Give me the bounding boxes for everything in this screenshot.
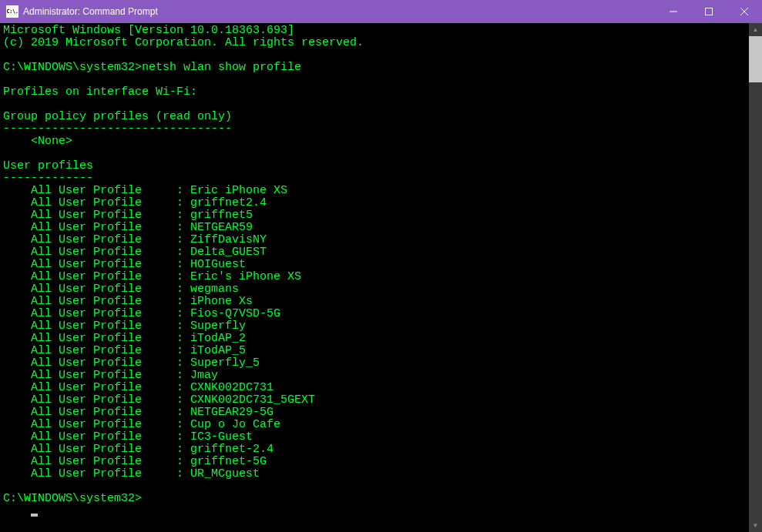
scrollbar[interactable]: ▲ ▼ bbox=[749, 23, 762, 532]
scroll-down-button[interactable]: ▼ bbox=[749, 519, 762, 532]
minimize-button[interactable] bbox=[656, 0, 691, 23]
scroll-thumb[interactable] bbox=[749, 36, 762, 82]
profile-row: All User Profile : Delta_GUEST bbox=[3, 246, 267, 259]
profile-label: All User Profile : bbox=[3, 221, 190, 234]
profile-row: All User Profile : Cup o Jo Cafe bbox=[3, 418, 280, 431]
profile-name: griffnet2.4 bbox=[190, 196, 267, 209]
profile-label: All User Profile : bbox=[3, 307, 190, 320]
cmd-icon: C:\. bbox=[6, 5, 18, 18]
profile-row: All User Profile : CXNK002DC731 bbox=[3, 381, 274, 394]
profile-label: All User Profile : bbox=[3, 270, 190, 283]
svg-rect-1 bbox=[706, 8, 713, 15]
profile-name: NETGEAR29-5G bbox=[190, 406, 274, 419]
profile-label: All User Profile : bbox=[3, 320, 190, 333]
maximize-button[interactable] bbox=[691, 0, 727, 23]
profile-row: All User Profile : ZiffDavisNY bbox=[3, 233, 267, 246]
profile-name: Jmay bbox=[190, 369, 218, 382]
minimize-icon bbox=[670, 8, 677, 15]
profile-row: All User Profile : Jmay bbox=[3, 369, 218, 382]
prompt: C:\WINDOWS\system32> bbox=[3, 492, 142, 505]
profile-name: Fios-Q7VSD-5G bbox=[190, 307, 280, 320]
profile-label: All User Profile : bbox=[3, 393, 190, 407]
divider: --------------------------------- bbox=[3, 122, 232, 136]
profile-label: All User Profile : bbox=[3, 443, 190, 456]
scroll-up-button[interactable]: ▲ bbox=[749, 23, 762, 36]
profile-row: All User Profile : griffnet-2.4 bbox=[3, 443, 274, 456]
heading-user-profiles: User profiles bbox=[3, 159, 93, 172]
profile-label: All User Profile : bbox=[3, 369, 190, 382]
profile-name: Eric's iPhone XS bbox=[190, 270, 301, 283]
terminal-output[interactable]: Microsoft Windows [Version 10.0.18363.69… bbox=[0, 23, 749, 532]
profile-label: All User Profile : bbox=[3, 344, 190, 357]
profile-label: All User Profile : bbox=[3, 356, 190, 370]
profile-row: All User Profile : iTodAP_2 bbox=[3, 332, 246, 345]
profile-row: All User Profile : griffnet-5G bbox=[3, 455, 267, 468]
profile-name: griffnet-5G bbox=[190, 455, 267, 468]
profile-name: Delta_GUEST bbox=[190, 246, 267, 259]
profile-name: Superfly bbox=[190, 320, 246, 333]
profile-row: All User Profile : UR_MCguest bbox=[3, 467, 260, 480]
divider: ------------- bbox=[3, 172, 93, 185]
profile-row: All User Profile : IC3-Guest bbox=[3, 430, 253, 443]
profile-row: All User Profile : Fios-Q7VSD-5G bbox=[3, 307, 280, 320]
profile-name: Cup o Jo Cafe bbox=[190, 418, 280, 431]
profile-label: All User Profile : bbox=[3, 196, 190, 209]
profile-name: wegmans bbox=[190, 283, 239, 296]
copyright-line: (c) 2019 Microsoft Corporation. All righ… bbox=[3, 36, 364, 49]
profile-label: All User Profile : bbox=[3, 246, 190, 259]
window-title: Administrator: Command Prompt bbox=[23, 6, 158, 17]
command-text: netsh wlan show profile bbox=[142, 61, 301, 74]
prompt-line: C:\WINDOWS\system32> bbox=[3, 492, 142, 505]
profile-name: Superfly_5 bbox=[190, 356, 260, 370]
profile-name: IC3-Guest bbox=[190, 430, 253, 443]
cursor-line bbox=[3, 504, 38, 517]
profile-row: All User Profile : HOIGuest bbox=[3, 258, 246, 271]
profile-name: iTodAP_5 bbox=[190, 344, 246, 357]
profile-row: All User Profile : Superfly_5 bbox=[3, 356, 260, 370]
profile-label: All User Profile : bbox=[3, 233, 190, 246]
profile-label: All User Profile : bbox=[3, 381, 190, 394]
profile-label: All User Profile : bbox=[3, 283, 190, 296]
profile-name: HOIGuest bbox=[190, 258, 246, 271]
profile-label: All User Profile : bbox=[3, 406, 190, 419]
profile-name: Eric iPhone XS bbox=[190, 184, 287, 197]
profile-label: All User Profile : bbox=[3, 467, 190, 480]
prompt: C:\WINDOWS\system32> bbox=[3, 61, 142, 74]
heading-interface: Profiles on interface Wi-Fi: bbox=[3, 85, 197, 99]
profile-label: All User Profile : bbox=[3, 209, 190, 222]
maximize-icon bbox=[705, 8, 713, 15]
titlebar[interactable]: C:\. Administrator: Command Prompt bbox=[0, 0, 762, 23]
profile-name: UR_MCguest bbox=[190, 467, 260, 480]
profile-row: All User Profile : CXNK002DC731_5GEXT bbox=[3, 393, 315, 407]
profile-label: All User Profile : bbox=[3, 295, 190, 308]
profile-row: All User Profile : griffnet5 bbox=[3, 209, 253, 222]
profile-row: All User Profile : NETGEAR59 bbox=[3, 221, 253, 234]
profile-label: All User Profile : bbox=[3, 455, 190, 468]
cmd-window: C:\. Administrator: Command Prompt Micro… bbox=[0, 0, 762, 532]
profile-row: All User Profile : iTodAP_5 bbox=[3, 344, 246, 357]
heading-group-policy: Group policy profiles (read only) bbox=[3, 110, 232, 123]
profile-name: NETGEAR59 bbox=[190, 221, 253, 234]
profile-row: All User Profile : Eric iPhone XS bbox=[3, 184, 287, 197]
profile-name: CXNK002DC731 bbox=[190, 381, 274, 394]
profile-row: All User Profile : griffnet2.4 bbox=[3, 196, 267, 209]
profile-label: All User Profile : bbox=[3, 184, 190, 197]
profile-name: iPhone Xs bbox=[190, 295, 253, 308]
profile-row: All User Profile : wegmans bbox=[3, 283, 239, 296]
profile-name: CXNK002DC731_5GEXT bbox=[190, 393, 315, 407]
profile-name: ZiffDavisNY bbox=[190, 233, 267, 246]
close-icon bbox=[740, 8, 748, 15]
none-label: <None> bbox=[3, 135, 72, 148]
profile-name: iTodAP_2 bbox=[190, 332, 246, 345]
profile-row: All User Profile : NETGEAR29-5G bbox=[3, 406, 274, 419]
profile-name: griffnet-2.4 bbox=[190, 443, 274, 456]
cursor bbox=[31, 514, 38, 517]
profile-row: All User Profile : iPhone Xs bbox=[3, 295, 253, 308]
profile-row: All User Profile : Superfly bbox=[3, 320, 246, 333]
profile-label: All User Profile : bbox=[3, 332, 190, 345]
version-line: Microsoft Windows [Version 10.0.18363.69… bbox=[3, 24, 294, 37]
prompt-line: C:\WINDOWS\system32>netsh wlan show prof… bbox=[3, 61, 301, 74]
profile-label: All User Profile : bbox=[3, 430, 190, 443]
profile-label: All User Profile : bbox=[3, 418, 190, 431]
close-button[interactable] bbox=[727, 0, 762, 23]
